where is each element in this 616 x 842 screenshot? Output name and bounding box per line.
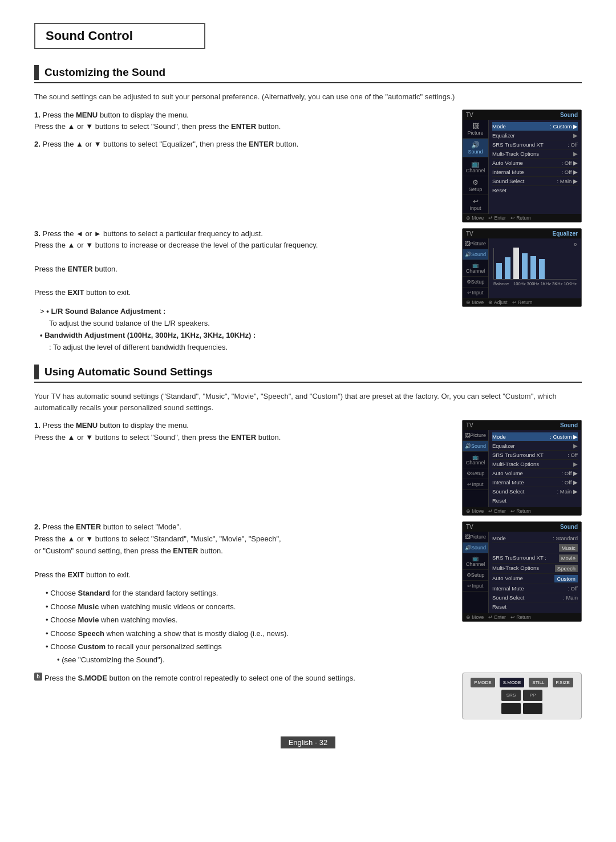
m3-snd-icon: 🔊 [465, 545, 471, 550]
remote-image: P.MODE S.MODE STILL P.SIZE SRS PP [462, 673, 582, 719]
m3-ch-icon: 📺 [472, 556, 479, 561]
menu2-footer: ⊕ Move↵ Enter↩ Return [463, 507, 581, 515]
step1-menu-bold: MENU [76, 111, 98, 119]
remote-pmode: P.MODE [471, 678, 495, 687]
section2-step1-content: 1. Press the MENU button to display the … [34, 420, 582, 516]
section2-bar [34, 365, 39, 379]
eq-bars-container [493, 248, 577, 280]
m3-pic-icon: 🖼 [465, 534, 470, 540]
m3-sidebar-picture: 🖼Picture [463, 532, 488, 543]
m2-pic-icon: 🖼 [465, 432, 470, 438]
s2-step2-enter1: ENTER [76, 523, 101, 531]
lr-note: > • L/R Sound Balance Adjustment : To ad… [34, 306, 445, 353]
channel-icon: 📺 [464, 160, 487, 168]
custom-bold: Custom [78, 642, 106, 651]
picture-icon: 🖼 [464, 122, 487, 130]
remote-bottom-row: SRS PP [467, 690, 577, 714]
menu1-main: Mode: Custom ▶ Equalizer▶ SRS TruSurroun… [489, 120, 581, 214]
eq-header: TV Equalizer [463, 229, 581, 238]
lr-desc: To adjust the sound balance of the L/R s… [40, 319, 210, 327]
eq-footer: ⊕ Move⊕ Adjust↩ Return [463, 298, 581, 306]
m3-row-select: Sound Select: Main [492, 593, 578, 602]
eq-snd-icon: 🔊 [465, 252, 471, 257]
m2-row-multi: Multi-Track Options▶ [492, 460, 578, 469]
lr-arrow: > [40, 307, 44, 315]
section2-menu2-col: TV Sound 🖼Picture 🔊Sound 📺Channel ⚙Setup… [456, 420, 582, 516]
m2-set-icon: ⚙ [467, 471, 471, 476]
smode-text: Press the S.MODE button on the remote co… [44, 673, 355, 685]
section1-step3: 3. Press the ◄ or ► buttons to select a … [34, 228, 445, 299]
page-title: Sound Control [46, 29, 133, 43]
bullet-movie: Choose Movie when watching movies. [46, 613, 445, 626]
step3-exit: EXIT [68, 288, 84, 297]
note-icon: b [34, 673, 42, 681]
section2-step2: 2. Press the ENTER button to select "Mod… [34, 521, 445, 581]
sidebar-picture: 🖼Picture [463, 120, 488, 139]
bullet-standard: Choose Standard for the standard factory… [46, 586, 445, 600]
m3-row-multi: Multi-Track Options Speech [492, 564, 578, 574]
step2-num: 2. [34, 140, 40, 148]
m2-sidebar-setup: ⚙Setup [463, 468, 488, 479]
section1-bar [34, 65, 39, 80]
section2-note-text: b Press the S.MODE button on the remote … [34, 673, 445, 719]
section2-step1-text: 1. Press the MENU button to display the … [34, 420, 445, 516]
menu3-body: 🖼Picture 🔊Sound 📺Channel ⚙Setup ↩Input M… [463, 532, 581, 613]
m2-ch-icon: 📺 [472, 454, 479, 460]
eq-freq-labels: 100Hz 300Hz 1KHz 3KHz 10KHz [513, 281, 577, 286]
m3-sidebar-setup: ⚙Setup [463, 570, 488, 581]
menu2-header-left: TV [466, 422, 473, 428]
m3-set-icon: ⚙ [467, 572, 471, 578]
eq-bar5-fill [530, 256, 536, 279]
eq-bar2-fill [505, 257, 510, 279]
movie-bold: Movie [78, 616, 99, 624]
m3-row-mode: Mode: Standard [492, 534, 578, 543]
s2-step2-num: 2. [34, 523, 40, 531]
eq-bar4 [522, 248, 528, 279]
m2-row-auto: Auto Volume: Off ▶ [492, 469, 578, 478]
m2-row-reset: Reset [492, 496, 578, 505]
eq-sidebar-picture: 🖼Picture [463, 238, 488, 249]
eq-bar1 [496, 248, 502, 279]
eq-header-left: TV [466, 230, 473, 237]
m2-row-mode: Mode: Custom ▶ [492, 432, 578, 442]
s2-step1-menu: MENU [76, 421, 98, 430]
m3-row-eq: Music [492, 543, 578, 553]
remote-still: STILL [529, 678, 548, 687]
m2-inp-icon: ↩ [467, 481, 472, 487]
menu1-row-mode: Mode: Custom ▶ [492, 122, 578, 131]
section1-step3-text: 3. Press the ◄ or ► buttons to select a … [34, 228, 445, 354]
eq-bar2 [505, 248, 510, 279]
m2-row-select: Sound Select: Main ▶ [492, 487, 578, 496]
sidebar-setup: ⚙Setup [463, 176, 488, 195]
section1-step2: 2. Press the ▲ or ▼ buttons to select "E… [34, 139, 445, 151]
speech-bold: Speech [78, 629, 104, 638]
section2-note-content: b Press the S.MODE button on the remote … [34, 673, 582, 719]
menu2-header-right: Sound [560, 422, 578, 428]
m3-row-srs: SRS TruSurround XT : Movie [492, 553, 578, 564]
section2-bullets: Choose Standard for the standard factory… [34, 586, 445, 666]
remote-psize: P.SIZE [553, 678, 573, 687]
menu2-body: 🖼Picture 🔊Sound 📺Channel ⚙Setup ↩Input M… [463, 430, 581, 507]
m2-row-mute: Internal Mute: Off ▶ [492, 478, 578, 487]
s2-step2-enter2: ENTER [173, 547, 198, 555]
eq-zero-label: 0 [493, 242, 577, 247]
eq-main: 0 [489, 238, 581, 298]
menu1-header-left: TV [466, 112, 473, 118]
section1-content: 1. Press the MENU button to display the … [34, 110, 582, 222]
setup-icon: ⚙ [464, 179, 487, 187]
section1-eq-col: TV Equalizer 🖼Picture 🔊Sound 📺Channel ⚙S… [456, 228, 582, 354]
menu3-footer: ⊕ Move↵ Enter↩ Return [463, 613, 581, 621]
eq-set-icon: ⚙ [467, 279, 471, 285]
section2-step2-text: 2. Press the ENTER button to select "Mod… [34, 521, 445, 666]
menu1-footer: ⊕ Move↵ Enter↩ Return [463, 214, 581, 222]
pp-btn-group: PP [523, 690, 542, 714]
smode-note: b Press the S.MODE button on the remote … [34, 673, 445, 685]
page-number: English - 32 [281, 736, 336, 748]
menu1-row-multi: Multi-Track Options▶ [492, 149, 578, 159]
step1-enter-bold: ENTER [231, 122, 256, 131]
menu2-header: TV Sound [463, 420, 581, 430]
section2-step2-content: 2. Press the ENTER button to select "Mod… [34, 521, 582, 666]
menu1-row-auto: Auto Volume: Off ▶ [492, 159, 578, 168]
m3-row-auto: Auto Volume Custom [492, 574, 578, 584]
eq-bar6-fill [539, 259, 545, 279]
